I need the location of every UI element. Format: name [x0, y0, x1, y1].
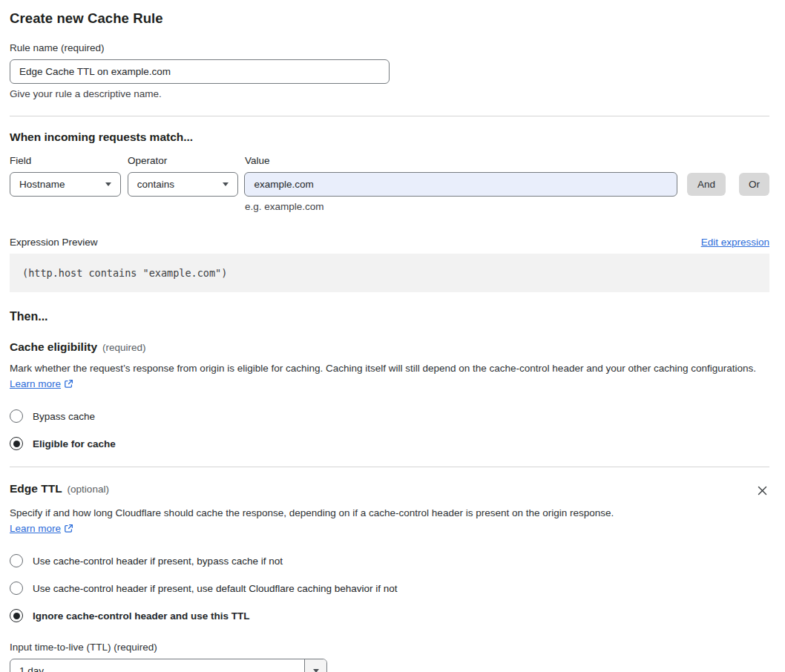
ttl-select[interactable]: 1 day: [10, 659, 327, 672]
learn-more-link[interactable]: Learn more: [10, 378, 61, 389]
operator-select[interactable]: contains: [128, 172, 239, 197]
divider: [10, 116, 769, 116]
operator-label: Operator: [128, 155, 245, 166]
and-button[interactable]: And: [687, 173, 726, 196]
ttl-select-arrow-button[interactable]: [304, 659, 326, 672]
rule-name-input[interactable]: [10, 59, 390, 84]
radio-option-use-header-default[interactable]: Use cache-control header if present, use…: [10, 582, 769, 595]
expression-code-text: (http.host contains "example.com"): [22, 267, 227, 279]
radio-icon-selected[interactable]: [10, 437, 23, 450]
expression-preview-label: Expression Preview: [10, 237, 98, 248]
chevron-down-icon: [223, 182, 229, 186]
match-heading: When incoming requests match...: [10, 131, 769, 144]
cache-eligibility-heading: Cache eligibility: [10, 340, 97, 354]
radio-icon[interactable]: [10, 582, 23, 595]
radio-label: Use cache-control header if present, use…: [33, 583, 398, 594]
radio-icon-selected[interactable]: [10, 609, 23, 622]
match-column-labels: Field Operator Value: [10, 155, 769, 166]
chevron-down-icon: [105, 182, 111, 186]
radio-option-eligible-for-cache[interactable]: Eligible for cache: [10, 437, 769, 450]
create-cache-rule-form: Create new Cache Rule Rule name (require…: [0, 0, 785, 672]
radio-icon[interactable]: [10, 409, 23, 423]
external-link-icon: [64, 378, 73, 393]
field-label: Field: [10, 155, 128, 166]
radio-option-ignore-header-use-ttl[interactable]: Ignore cache-control header and use this…: [10, 609, 769, 622]
radio-option-bypass-cache[interactable]: Bypass cache: [10, 409, 769, 423]
divider: [10, 467, 769, 467]
radio-label: Use cache-control header if present, byp…: [33, 556, 283, 567]
cache-eligibility-heading-row: Cache eligibility (required): [10, 340, 769, 354]
expression-code: (http.host contains "example.com"): [10, 254, 769, 292]
radio-label: Eligible for cache: [33, 438, 116, 449]
field-select-value: Hostname: [19, 179, 65, 190]
value-input[interactable]: [244, 172, 677, 197]
radio-label: Ignore cache-control header and use this…: [33, 610, 250, 622]
radio-label: Bypass cache: [33, 411, 95, 422]
close-icon[interactable]: [755, 484, 769, 500]
edge-ttl-heading-group: Edge TTL (optional): [10, 482, 109, 495]
optional-badge: (optional): [68, 484, 109, 495]
rule-name-label: Rule name (required): [10, 42, 769, 53]
operator-select-value: contains: [137, 179, 174, 190]
match-condition-row: Hostname contains And Or: [10, 172, 769, 197]
radio-option-use-header-bypass[interactable]: Use cache-control header if present, byp…: [10, 554, 769, 567]
then-heading: Then...: [10, 310, 769, 323]
edge-ttl-description: Specify if and how long Cloudflare shoul…: [10, 505, 633, 538]
page-title: Create new Cache Rule: [10, 10, 769, 27]
value-help: e.g. example.com: [245, 201, 769, 212]
edge-ttl-description-text: Specify if and how long Cloudflare shoul…: [10, 507, 614, 518]
expression-preview-row: Expression Preview Edit expression: [10, 237, 769, 248]
or-button[interactable]: Or: [739, 173, 769, 196]
required-badge: (required): [102, 342, 146, 353]
edit-expression-link[interactable]: Edit expression: [701, 237, 769, 248]
learn-more-link[interactable]: Learn more: [10, 523, 61, 534]
field-select[interactable]: Hostname: [10, 172, 121, 197]
rule-name-help: Give your rule a descriptive name.: [10, 88, 769, 99]
cache-eligibility-description: Mark whether the request’s response from…: [10, 360, 763, 393]
edge-ttl-heading-row: Edge TTL (optional): [10, 482, 769, 500]
radio-icon[interactable]: [10, 554, 23, 567]
external-link-icon: [64, 522, 73, 538]
value-label: Value: [245, 155, 270, 166]
ttl-select-value: 1 day: [10, 659, 304, 672]
ttl-label: Input time-to-live (TTL) (required): [10, 642, 769, 653]
cache-eligibility-description-text: Mark whether the request’s response from…: [10, 363, 756, 374]
edge-ttl-heading: Edge TTL: [10, 482, 62, 495]
chevron-down-icon: [313, 669, 319, 672]
